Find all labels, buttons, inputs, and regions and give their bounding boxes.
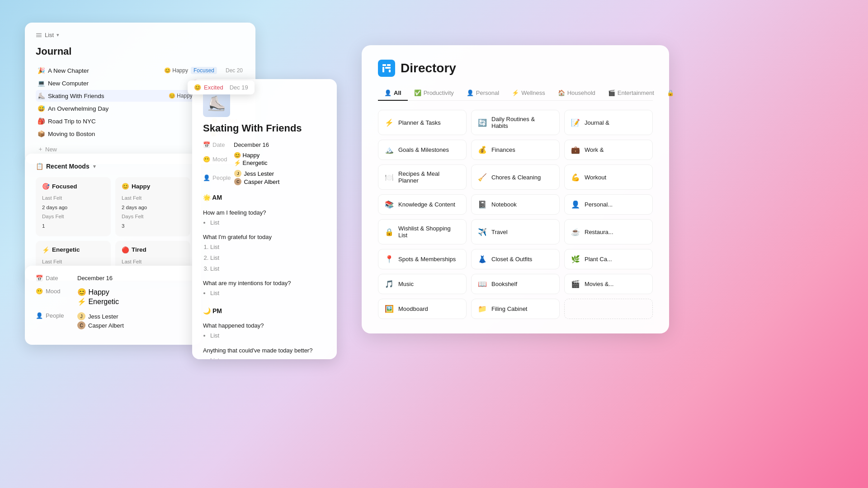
chevron-down-icon: ▾ [93, 164, 96, 169]
mood-card-focused[interactable]: 🎯 Focused Last Felt 2 days ago Days Felt… [36, 177, 111, 236]
routines-icon: 🔄 [478, 118, 487, 127]
tab-wellness[interactable]: ⚡ Wellness [505, 86, 552, 101]
restaurant-icon: ☕ [571, 228, 580, 236]
list-item: List [210, 288, 326, 298]
house-icon: 🏠 [558, 89, 565, 96]
directory-header: Directory [378, 60, 653, 77]
dir-item-notebook[interactable]: 📓 Notebook [471, 194, 560, 215]
knowledge-label: Knowledge & Content [398, 201, 455, 208]
avatar-j: J [234, 170, 241, 177]
tab-household[interactable]: 🏠 Household [552, 86, 602, 101]
chores-label: Chores & Cleaning [491, 174, 541, 181]
check-icon: ✅ [414, 89, 421, 96]
journal-row-title: ⛸️ Skating With Friends [38, 92, 169, 99]
list-label[interactable]: List [45, 32, 54, 38]
dir-item-travel[interactable]: ✈️ Travel [471, 219, 560, 244]
mood-meta: Last Felt [42, 257, 104, 267]
dir-item-empty [564, 299, 653, 319]
mood-energetic: ⚡ Energetic [234, 160, 268, 166]
planner-label: Planner & Tasks [398, 119, 441, 126]
directory-grid: ⚡ Planner & Tasks 🔄 Daily Routines & Hab… [378, 110, 653, 319]
dir-item-personal[interactable]: 👤 Personal... [564, 194, 653, 215]
tab-productivity[interactable]: ✅ Productivity [408, 86, 460, 101]
travel-icon: ✈️ [478, 228, 487, 236]
row-label: Road Trip to NYC [48, 118, 96, 125]
dir-item-plant[interactable]: 🌿 Plant Ca... [564, 249, 653, 269]
row-label: New Computer [48, 80, 89, 87]
tab-more[interactable]: 🔒 [660, 86, 680, 101]
tab-entertainment[interactable]: 🎬 Entertainment [602, 86, 660, 101]
dir-item-chores[interactable]: 🧹 Chores & Cleaning [471, 164, 560, 190]
dir-item-bookshelf[interactable]: 📖 Bookshelf [471, 274, 560, 294]
skating-date-value: December 16 [234, 141, 269, 148]
dir-item-recipes[interactable]: 🍽️ Recipes & Meal Planner [378, 164, 467, 190]
mood-emoji: ⚡ [42, 246, 50, 253]
dir-item-knowledge[interactable]: 📚 Knowledge & Content [378, 194, 467, 215]
plant-icon: 🌿 [571, 255, 580, 263]
wellness-icon: ⚡ [512, 89, 519, 96]
emoji-icon: 😅 [38, 105, 45, 112]
tab-all[interactable]: 👤 All [378, 86, 408, 101]
work-icon: 💼 [571, 145, 580, 154]
dir-item-music[interactable]: 🎵 Music [378, 274, 467, 294]
dir-item-workout[interactable]: 💪 Workout [564, 164, 653, 190]
cal-icon: 📅 [203, 141, 210, 148]
dir-item-planner[interactable]: ⚡ Planner & Tasks [378, 110, 467, 135]
row-label: A New Chapter [48, 67, 89, 74]
plant-label: Plant Ca... [585, 256, 612, 263]
mood-name: 🔴 Tired [122, 246, 184, 253]
person-2: C Casper Albert [77, 321, 124, 329]
dir-item-moodboard[interactable]: 🖼️ Moodboard [378, 299, 467, 319]
dir-item-filing[interactable]: 📁 Filing Cabinet [471, 299, 560, 319]
avatar-c: C [234, 178, 241, 185]
avatar-casper: C [77, 321, 85, 329]
mood-value-2: ⚡ Energetic [77, 297, 119, 306]
excited-popup-emoji: 😊 [194, 84, 201, 91]
mood-emoji: 🔴 [122, 246, 129, 253]
moods-card: 📋 Recent Moods ▾ 🎯 Focused Last Felt 2 d… [25, 154, 201, 281]
skating-mood-row: 😶 Mood 😊 Happy ⚡ Energetic [203, 152, 326, 166]
bookshelf-icon: 📖 [478, 280, 487, 288]
svg-rect-1 [36, 35, 42, 35]
dir-item-work[interactable]: 💼 Work & [564, 140, 653, 160]
dir-item-restaurant[interactable]: ☕ Restaura... [564, 219, 653, 244]
list-item: List [210, 264, 326, 274]
am-heading: 🌟 AM [203, 192, 326, 203]
focus-tag: Focused [191, 67, 217, 74]
tab-personal[interactable]: 👤 Personal [460, 86, 505, 101]
mood-label: 😶 Mood [36, 288, 72, 295]
tab-wellness-label: Wellness [521, 89, 545, 96]
mood-emoji: 🎯 [42, 183, 50, 190]
tab-household-label: Household [567, 89, 595, 96]
dir-item-wishlist[interactable]: 🔒 Wishlist & Shopping List [378, 219, 467, 244]
mood-emoji: 😊 [122, 183, 129, 190]
dir-item-movies[interactable]: 🎬 Movies &... [564, 274, 653, 294]
dir-item-daily-routines[interactable]: 🔄 Daily Routines & Habits [471, 110, 560, 135]
list-item: List [210, 356, 326, 359]
tab-all-label: All [394, 89, 401, 96]
goals-icon: 🏔️ [385, 145, 394, 154]
svg-rect-2 [36, 36, 42, 37]
tab-productivity-label: Productivity [424, 89, 454, 96]
mood-tag: 😊 Happy [164, 67, 188, 74]
mood-meta: Last Felt 2 days ago Days Felt 1 [42, 193, 104, 231]
journal-row[interactable]: 🎉 A New Chapter 😊 Happy Focused Dec 20 [36, 65, 245, 76]
dir-item-spots[interactable]: 📍 Spots & Memberships [378, 249, 467, 269]
personal-label: Personal... [585, 201, 613, 208]
skating-date-row: 📅 Date December 16 [203, 141, 326, 148]
chevron-down-icon: ▾ [57, 32, 59, 38]
dir-item-goals[interactable]: 🏔️ Goals & Milestones [378, 140, 467, 160]
person-icon: 👤 [203, 174, 210, 181]
workout-icon: 💪 [571, 173, 580, 182]
row-label: Moving to Boston [48, 131, 95, 137]
mood-card-happy[interactable]: 😊 Happy Last Felt 2 days ago Days Felt 3 [115, 177, 190, 236]
spots-icon: 📍 [385, 255, 394, 263]
journal-row-title: 🎉 A New Chapter [38, 67, 164, 74]
mood-meta: Last Felt [122, 257, 184, 267]
goals-label: Goals & Milestones [398, 146, 449, 153]
dir-item-closet[interactable]: 👗 Closet & Outfits [471, 249, 560, 269]
dir-item-journal[interactable]: 📝 Journal & [564, 110, 653, 135]
svg-rect-4 [387, 64, 391, 66]
emoji-icon: 🎒 [38, 117, 45, 125]
dir-item-finances[interactable]: 💰 Finances [471, 140, 560, 160]
